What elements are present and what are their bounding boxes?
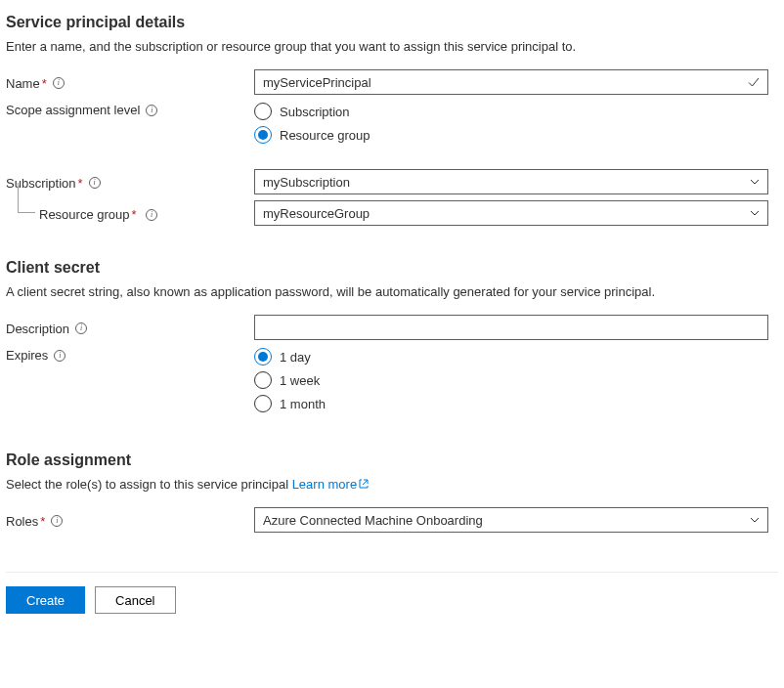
footer-actions: Create Cancel	[6, 586, 778, 614]
info-icon[interactable]: i	[146, 209, 157, 221]
radio-icon	[254, 126, 272, 144]
cancel-button[interactable]: Cancel	[95, 586, 175, 614]
expires-label-text: Expires	[6, 348, 48, 363]
expires-radio-1day[interactable]: 1 day	[254, 348, 768, 366]
section-desc-sp: Enter a name, and the subscription or re…	[6, 39, 778, 54]
role-desc-text: Select the role(s) to assign to this ser…	[6, 477, 292, 492]
name-input[interactable]	[254, 69, 768, 95]
required-asterisk: *	[42, 76, 47, 91]
scope-label: Scope assignment level i	[6, 101, 254, 117]
description-input[interactable]	[254, 315, 768, 340]
section-desc-role: Select the role(s) to assign to this ser…	[6, 477, 778, 492]
scope-radio-resource-group[interactable]: Resource group	[254, 126, 768, 144]
roles-label: Roles* i	[6, 512, 254, 529]
info-icon[interactable]: i	[53, 77, 65, 89]
required-asterisk: *	[78, 176, 83, 191]
roles-label-text: Roles	[6, 514, 38, 529]
external-link-icon	[359, 479, 369, 489]
radio-icon	[254, 395, 272, 412]
radio-label: Subscription	[280, 105, 350, 119]
resource-group-dropdown[interactable]	[254, 200, 768, 226]
learn-more-link[interactable]: Learn more	[292, 477, 369, 492]
name-label-text: Name	[6, 76, 40, 91]
radio-label: 1 day	[280, 350, 311, 365]
section-heading-secret: Client secret	[6, 259, 778, 277]
description-label: Description i	[6, 320, 254, 336]
expires-label: Expires i	[6, 346, 254, 363]
required-asterisk: *	[40, 514, 45, 529]
radio-label: 1 month	[280, 397, 326, 411]
radio-icon	[254, 103, 272, 120]
resource-group-label: Resource group* i	[39, 207, 157, 222]
radio-icon	[254, 348, 272, 366]
required-asterisk: *	[132, 207, 137, 222]
expires-radio-1month[interactable]: 1 month	[254, 395, 768, 412]
info-icon[interactable]: i	[89, 177, 101, 189]
subscription-label: Subscription* i	[6, 174, 254, 191]
info-icon[interactable]: i	[51, 515, 63, 527]
expires-radio-1week[interactable]: 1 week	[254, 371, 768, 389]
section-heading-role: Role assignment	[6, 452, 778, 469]
tree-connector-icon	[10, 202, 39, 226]
description-label-text: Description	[6, 322, 69, 336]
scope-label-text: Scope assignment level	[6, 103, 140, 117]
subscription-label-text: Subscription	[6, 176, 76, 191]
info-icon[interactable]: i	[75, 322, 87, 334]
section-desc-secret: A client secret string, also known as ap…	[6, 284, 778, 299]
radio-label: Resource group	[280, 128, 370, 143]
radio-label: 1 week	[280, 373, 320, 388]
learn-more-text: Learn more	[292, 477, 357, 492]
info-icon[interactable]: i	[146, 105, 157, 116]
footer-separator	[6, 572, 778, 573]
scope-radio-subscription[interactable]: Subscription	[254, 103, 768, 120]
section-heading-sp: Service principal details	[6, 14, 778, 31]
subscription-dropdown[interactable]	[254, 169, 768, 194]
name-label: Name* i	[6, 74, 254, 91]
create-button[interactable]: Create	[6, 586, 85, 614]
info-icon[interactable]: i	[54, 350, 65, 362]
roles-dropdown[interactable]	[254, 507, 768, 533]
resource-group-label-text: Resource group	[39, 207, 130, 222]
radio-icon	[254, 371, 272, 389]
